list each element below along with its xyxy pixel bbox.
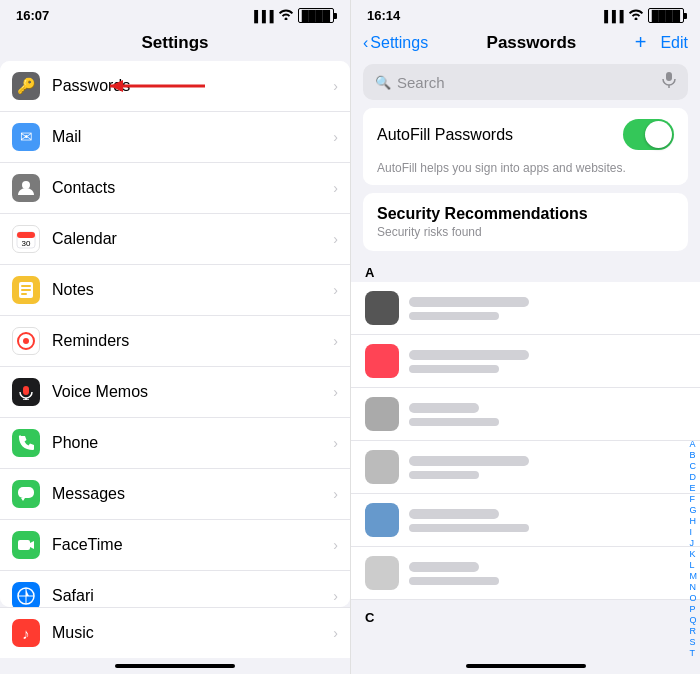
- settings-item-safari[interactable]: Safari ›: [0, 571, 350, 607]
- password-item-6[interactable]: [351, 547, 700, 600]
- settings-item-music[interactable]: ♪ Music ›: [0, 607, 350, 658]
- alpha-h[interactable]: H: [690, 516, 699, 526]
- password-item-5[interactable]: [351, 494, 700, 547]
- safari-label: Safari: [52, 587, 329, 605]
- mail-icon: ✉: [12, 123, 40, 151]
- alpha-b[interactable]: B: [690, 450, 699, 460]
- music-chevron: ›: [333, 625, 338, 641]
- settings-item-voicememos[interactable]: Voice Memos ›: [0, 367, 350, 418]
- messages-label: Messages: [52, 485, 329, 503]
- autofill-label: AutoFill Passwords: [377, 126, 513, 144]
- search-icon: 🔍: [375, 75, 391, 90]
- svg-rect-8: [21, 289, 31, 291]
- autofill-row: AutoFill Passwords: [363, 108, 688, 161]
- password-item-3[interactable]: [351, 388, 700, 441]
- alphabet-index[interactable]: A B C D E F G H I J K L M N O P Q R S T …: [690, 439, 699, 658]
- pw-site-3: [409, 403, 479, 413]
- notes-icon: [12, 276, 40, 304]
- password-item-2[interactable]: [351, 335, 700, 388]
- autofill-toggle[interactable]: [623, 119, 674, 150]
- settings-item-mail[interactable]: ✉ Mail ›: [0, 112, 350, 163]
- add-button[interactable]: +: [635, 31, 647, 54]
- alpha-t[interactable]: T: [690, 648, 699, 658]
- right-status-icons: ▐▐▐ ████: [600, 8, 684, 23]
- alpha-o[interactable]: O: [690, 593, 699, 603]
- left-time: 16:07: [16, 8, 49, 23]
- security-section[interactable]: Security Recommendations Security risks …: [363, 193, 688, 251]
- settings-item-phone[interactable]: Phone ›: [0, 418, 350, 469]
- svg-rect-4: [17, 232, 35, 238]
- pw-user-4: [409, 471, 479, 479]
- pw-text-3: [409, 403, 686, 426]
- toggle-thumb: [645, 121, 672, 148]
- autofill-section: AutoFill Passwords AutoFill helps you si…: [363, 108, 688, 185]
- mail-chevron: ›: [333, 129, 338, 145]
- svg-marker-21: [26, 590, 29, 596]
- autofill-description: AutoFill helps you sign into apps and we…: [363, 161, 688, 185]
- svg-rect-16: [18, 540, 30, 550]
- alpha-e[interactable]: E: [690, 483, 699, 493]
- pw-text-2: [409, 350, 686, 373]
- settings-item-contacts[interactable]: Contacts ›: [0, 163, 350, 214]
- red-arrow-indicator: [105, 76, 225, 96]
- alpha-s[interactable]: S: [690, 637, 699, 647]
- alpha-m[interactable]: M: [690, 571, 699, 581]
- pw-site-2: [409, 350, 529, 360]
- pw-site-4: [409, 456, 529, 466]
- alpha-g[interactable]: G: [690, 505, 699, 515]
- facetime-icon: [12, 531, 40, 559]
- settings-item-facetime[interactable]: FaceTime ›: [0, 520, 350, 571]
- alpha-c[interactable]: C: [690, 461, 699, 471]
- settings-item-passwords[interactable]: 🔑 Passwords ›: [0, 61, 350, 112]
- svg-marker-1: [110, 80, 123, 92]
- passwords-chevron: ›: [333, 78, 338, 94]
- search-bar[interactable]: 🔍 Search: [363, 64, 688, 100]
- facetime-chevron: ›: [333, 537, 338, 553]
- notes-chevron: ›: [333, 282, 338, 298]
- settings-item-calendar[interactable]: 30 Calendar ›: [0, 214, 350, 265]
- calendar-label: Calendar: [52, 230, 329, 248]
- alpha-l[interactable]: L: [690, 560, 699, 570]
- reminders-chevron: ›: [333, 333, 338, 349]
- alpha-a[interactable]: A: [690, 439, 699, 449]
- music-icon: ♪: [12, 619, 40, 647]
- password-item-4[interactable]: [351, 441, 700, 494]
- passwords-nav-title: Passwords: [487, 33, 577, 53]
- alpha-q[interactable]: Q: [690, 615, 699, 625]
- nav-actions: + Edit: [635, 31, 688, 54]
- pw-user-3: [409, 418, 499, 426]
- back-button[interactable]: ‹ Settings: [363, 34, 428, 52]
- alpha-n[interactable]: N: [690, 582, 699, 592]
- settings-item-reminders[interactable]: Reminders ›: [0, 316, 350, 367]
- svg-rect-15: [18, 487, 34, 498]
- music-label: Music: [52, 624, 329, 642]
- svg-text:30: 30: [22, 239, 31, 248]
- alpha-r[interactable]: R: [690, 626, 699, 636]
- contacts-icon: [12, 174, 40, 202]
- right-home-indicator: [466, 664, 586, 668]
- alpha-p[interactable]: P: [690, 604, 699, 614]
- alpha-i[interactable]: I: [690, 527, 699, 537]
- alpha-j[interactable]: J: [690, 538, 699, 548]
- calendar-icon: 30: [12, 225, 40, 253]
- contacts-chevron: ›: [333, 180, 338, 196]
- left-status-icons: ▐▐▐ ████: [250, 8, 334, 23]
- pw-text-4: [409, 456, 686, 479]
- edit-button[interactable]: Edit: [660, 34, 688, 52]
- wifi-icon: [278, 8, 294, 23]
- pw-user-5: [409, 524, 529, 532]
- search-placeholder: Search: [397, 74, 656, 91]
- safari-icon: [12, 582, 40, 607]
- settings-item-messages[interactable]: Messages ›: [0, 469, 350, 520]
- alpha-d[interactable]: D: [690, 472, 699, 482]
- voicememos-icon: [12, 378, 40, 406]
- pw-avatar-5: [365, 503, 399, 537]
- password-item-1[interactable]: [351, 282, 700, 335]
- settings-list: 🔑 Passwords › ✉ Mail › Contacts ›: [0, 61, 350, 607]
- alpha-k[interactable]: K: [690, 549, 699, 559]
- mail-label: Mail: [52, 128, 329, 146]
- pw-site-5: [409, 509, 499, 519]
- alpha-f[interactable]: F: [690, 494, 699, 504]
- security-title: Security Recommendations: [377, 205, 674, 223]
- settings-item-notes[interactable]: Notes ›: [0, 265, 350, 316]
